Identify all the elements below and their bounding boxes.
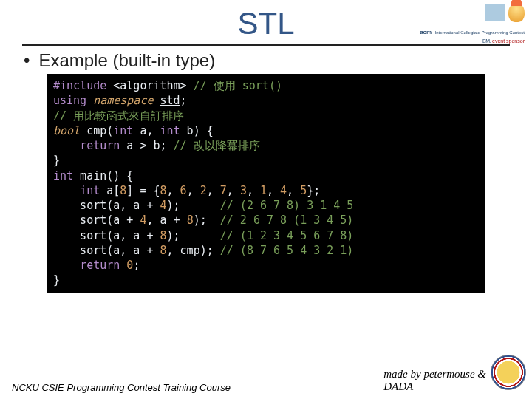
kw-using: using [53, 94, 86, 107]
arr-init: ] = { [126, 184, 160, 197]
footer-author: made by petermouse & DADA [383, 368, 486, 394]
call-sort-4: sort(a, a + [53, 244, 160, 257]
author-line-1: made by petermouse & [383, 368, 486, 381]
semi-1: ; [180, 94, 187, 107]
sponsor-line: IBM. event sponsor [482, 38, 525, 44]
logo-row [485, 3, 525, 22]
num-8d: 8 [160, 244, 167, 257]
cmt-s2: // 2 6 7 8 (1 3 4 5) [220, 214, 354, 227]
acm-subtext: International Collegiate Programming Con… [435, 30, 525, 35]
lightbulb-icon [508, 3, 525, 22]
n-1: 1 [260, 184, 267, 197]
kw-int-arr: int [80, 184, 100, 197]
call-sort-2b: , a + [146, 214, 186, 227]
cmt-s3: // (1 2 3 4 5 6 7 8) [220, 229, 354, 242]
c6: , [267, 184, 280, 197]
footer-course: NCKU CSIE Programming Contest Training C… [12, 382, 231, 393]
expr-agb: a > b; [120, 139, 173, 152]
n-6: 6 [180, 184, 187, 197]
kw-int-b: int [160, 124, 180, 137]
call-cmp: , cmp); [167, 244, 220, 257]
bullet-dot-icon: • [24, 50, 30, 71]
header-logo-cluster: acm International Collegiate Programming… [420, 3, 525, 44]
arr-close: }; [307, 184, 320, 197]
pad-3: ); [167, 229, 220, 242]
n-7: 7 [220, 184, 227, 197]
box-icon [485, 4, 505, 21]
brace-close-2: } [53, 273, 60, 287]
call-sort-2a: sort(a + [53, 214, 140, 227]
c5: , [247, 184, 260, 197]
cmt-use-sort: // 使用 sort() [194, 79, 282, 92]
id-std: std [160, 94, 180, 107]
cmt-desc: // 改以降冪排序 [174, 139, 260, 152]
n-4: 4 [280, 184, 287, 197]
arr-open: a[ [100, 184, 120, 197]
c3: , [207, 184, 220, 197]
acm-text: acm [420, 29, 432, 35]
c1: , [167, 184, 180, 197]
kw-return-1: return [80, 139, 120, 152]
num-8a: 8 [120, 184, 126, 197]
num-8b: 8 [187, 214, 194, 227]
kw-return-2: return [80, 259, 120, 272]
hdr-algorithm: <algorithm> [113, 79, 186, 92]
param-b: b) { [180, 124, 214, 137]
sp [120, 259, 126, 272]
semi-2: ; [133, 259, 140, 272]
fn-main: main() { [73, 169, 133, 183]
cmt-s1: // (2 6 7 8) 3 1 4 5 [220, 199, 354, 212]
pad-1: ); [167, 199, 220, 212]
university-emblem-icon [491, 355, 526, 390]
n-8: 8 [160, 184, 167, 197]
c4: , [227, 184, 240, 197]
fn-cmp-open: cmp( [80, 124, 113, 137]
n-5: 5 [300, 184, 307, 197]
kw-int-main: int [53, 169, 73, 183]
call-sort-1: sort(a, a + [53, 199, 160, 212]
sponsor-text: event sponsor [492, 38, 525, 44]
num-4a: 4 [160, 199, 167, 212]
pad-2: ); [194, 214, 220, 227]
kw-int-a: int [113, 124, 133, 137]
kw-bool: bool [53, 124, 80, 137]
n-3: 3 [240, 184, 247, 197]
ibm-text: IBM. [482, 38, 491, 44]
code-block: #include <algorithm> // 使用 sort() using … [47, 74, 485, 293]
separator-line [22, 44, 510, 46]
cmt-cmpfn: // 用比較函式來自訂排序 [53, 109, 184, 123]
kw-include: #include [53, 79, 106, 92]
param-a: a, [133, 124, 160, 137]
cmt-s4: // (8 7 6 5 4 3 2 1) [220, 244, 354, 257]
author-line-2: DADA [383, 381, 486, 393]
call-sort-3: sort(a, a + [53, 229, 160, 242]
c7: , [287, 184, 300, 197]
n-2: 2 [200, 184, 207, 197]
c2: , [187, 184, 200, 197]
kw-namespace: namespace [93, 94, 153, 107]
num-8c: 8 [160, 229, 167, 242]
bullet-text: Example (built-in type) [38, 50, 215, 70]
bullet-example: •Example (built-in type) [24, 50, 532, 71]
footer: NCKU CSIE Programming Contest Training C… [0, 382, 532, 393]
brace-close-1: } [53, 154, 60, 167]
